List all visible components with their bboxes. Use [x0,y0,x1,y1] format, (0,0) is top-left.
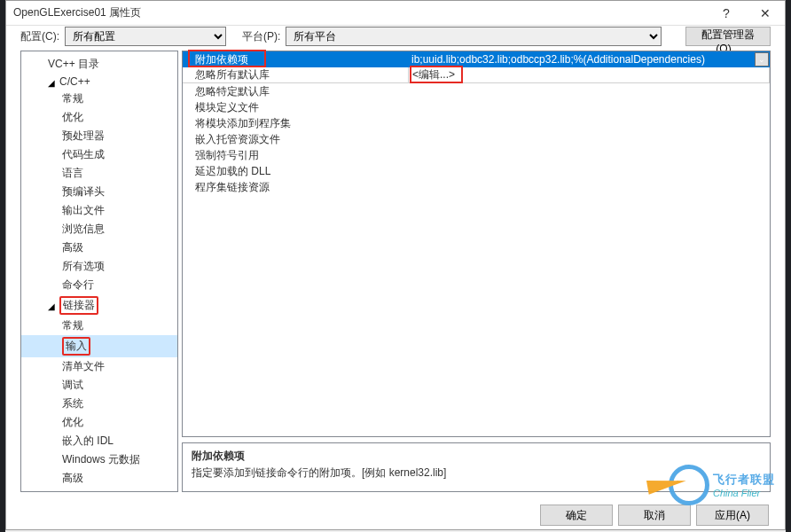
close-button[interactable]: ✕ [746,1,785,26]
grid-row[interactable]: 嵌入托管资源文件 [183,131,770,147]
tree-panel[interactable]: VC++ 目录 ◢C/C++ 常规 优化 预处理器 代码生成 语言 预编译头 输… [20,51,178,492]
window-title: OpenGLExercise01 属性页 [13,5,141,20]
grid-row[interactable]: 忽略特定默认库 [183,83,770,99]
tree-label: 嵌入的 IDL [62,434,114,449]
tree-item-cpp[interactable]: ◢C/C++ [21,74,177,90]
tree-label: VC++ 目录 [48,57,99,72]
config-select[interactable]: 所有配置 [65,27,226,46]
grid-key: 忽略所有默认库 [183,67,408,82]
tree-item-linker-opt[interactable]: 优化 [21,413,177,432]
grid-row[interactable]: 程序集链接资源 [183,179,770,195]
grid-key: 忽略特定默认库 [183,84,408,99]
grid-key: 将模块添加到程序集 [183,116,408,131]
grid-val[interactable]: <编辑...> [408,67,770,82]
tree-label: 预处理器 [62,129,105,144]
tree-item-linker[interactable]: ◢链接器 [21,294,177,317]
tree-label: 语言 [62,166,83,181]
grid-row[interactable]: 模块定义文件 [183,99,770,115]
config-row: 配置(C): 所有配置 平台(P): 所有平台 配置管理器(O)... [6,26,785,47]
platform-select[interactable]: 所有平台 [286,27,662,46]
dropdown-icon[interactable]: ⌄ [755,52,769,66]
tree-item-cpp-opt[interactable]: 优化 [21,108,177,127]
tree-item-cpp-output[interactable]: 输出文件 [21,201,177,220]
grid-row[interactable]: 延迟加载的 DLL [183,163,770,179]
footer: 确定 取消 应用(A) [6,501,785,529]
tree-label: 系统 [62,396,83,411]
config-label: 配置(C): [20,29,59,44]
tree-item-linker-general[interactable]: 常规 [21,317,177,335]
tree-label: 预编译头 [62,184,105,200]
grid-key: 附加依赖项 [183,52,408,67]
grid-val[interactable]: ib;uuid.lib;odbc32.lib;odbccp32.lib;%(Ad… [408,53,770,66]
tree-item-linker-debug[interactable]: 调试 [21,376,177,395]
tree-label: 优化 [62,110,83,125]
tree-item-linker-winmd[interactable]: Windows 元数据 [21,450,177,469]
titlebar: OpenGLExercise01 属性页 ? ✕ [6,1,785,26]
grid-row[interactable]: 忽略所有默认库 <编辑...> [183,67,770,83]
tree-item-linker-system[interactable]: 系统 [21,395,177,413]
apply-button[interactable]: 应用(A) [696,505,769,526]
tree-item-cpp-browse[interactable]: 浏览信息 [21,220,177,239]
grid-key: 程序集链接资源 [183,180,408,195]
tree-label: 所有选项 [62,259,105,274]
ok-button[interactable]: 确定 [540,505,613,526]
tree-item-cpp-cmd[interactable]: 命令行 [21,276,177,294]
tree-item-cpp-general[interactable]: 常规 [21,90,177,108]
tree-label: 清单文件 [62,359,105,374]
tree-label: 高级 [62,471,83,486]
description-panel: 附加依赖项 指定要添加到链接命令行的附加项。[例如 kernel32.lib] [182,442,771,492]
config-manager-button[interactable]: 配置管理器(O)... [685,27,771,46]
tree-item-cpp-pch[interactable]: 预编译头 [21,183,177,201]
tree-label: 常规 [62,91,83,106]
tree-label: 高级 [62,240,83,255]
platform-label: 平台(P): [242,29,280,44]
grid-row-selected[interactable]: 附加依赖项 ib;uuid.lib;odbc32.lib;odbccp32.li… [183,51,770,67]
tree-label: 代码生成 [62,147,105,162]
content-area: VC++ 目录 ◢C/C++ 常规 优化 预处理器 代码生成 语言 预编译头 输… [6,47,785,501]
tree-item-cpp-adv[interactable]: 高级 [21,239,177,257]
tree-label: 调试 [62,378,83,393]
tree-label-highlighted: 输入 [62,337,90,356]
collapse-icon[interactable]: ◢ [48,78,56,86]
tree-item-cpp-preproc[interactable]: 预处理器 [21,127,177,145]
tree-item-cpp-codegen[interactable]: 代码生成 [21,145,177,164]
tree-label: C/C++ [59,75,90,88]
tree-label: 优化 [62,415,83,430]
right-panel: 附加依赖项 ib;uuid.lib;odbc32.lib;odbccp32.li… [182,51,771,492]
grid-row[interactable]: 将模块添加到程序集 [183,115,770,131]
grid-key: 嵌入托管资源文件 [183,132,408,147]
tree-label: 输出文件 [62,203,105,218]
tree-label: Windows 元数据 [62,452,140,467]
tree-label: 命令行 [62,278,94,293]
grid-row[interactable]: 强制符号引用 [183,147,770,163]
tree-item-cpp-all[interactable]: 所有选项 [21,257,177,276]
collapse-icon[interactable]: ◢ [48,301,56,309]
description-text: 指定要添加到链接命令行的附加项。[例如 kernel32.lib] [192,466,761,481]
grid-key: 延迟加载的 DLL [183,164,408,179]
tree-item-linker-adv[interactable]: 高级 [21,469,177,488]
tree-label: 常规 [62,318,83,333]
dialog-window: OpenGLExercise01 属性页 ? ✕ 配置(C): 所有配置 平台(… [5,0,786,530]
description-title: 附加依赖项 [192,449,761,464]
grid-key: 模块定义文件 [183,100,408,115]
right-cut [786,0,791,532]
tree-item-linker-idl[interactable]: 嵌入的 IDL [21,432,177,450]
help-button[interactable]: ? [707,1,746,26]
property-grid[interactable]: 附加依赖项 ib;uuid.lib;odbc32.lib;odbccp32.li… [182,51,771,437]
tree-item-vc-dirs[interactable]: VC++ 目录 [21,55,177,74]
grid-key: 强制符号引用 [183,148,408,163]
tree-label-highlighted: 链接器 [59,296,98,315]
tree-item-cpp-lang[interactable]: 语言 [21,164,177,183]
tree-item-linker-manifest[interactable]: 清单文件 [21,357,177,376]
tree-label: 浏览信息 [62,222,105,237]
cancel-button[interactable]: 取消 [618,505,691,526]
window-buttons: ? ✕ [707,1,785,26]
tree-item-linker-input[interactable]: 输入 [21,335,177,357]
